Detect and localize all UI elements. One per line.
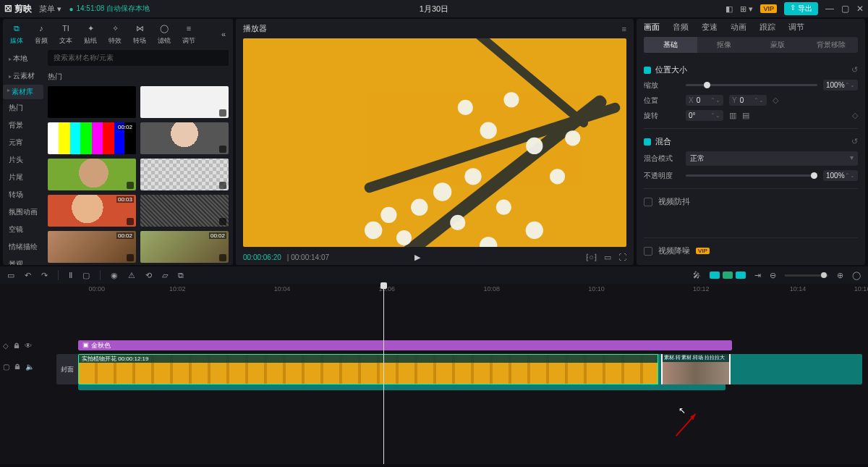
safe-zone-icon[interactable]: ⁅○⁆: [586, 253, 597, 262]
inspector-subtab[interactable]: 抠像: [697, 37, 751, 53]
media-thumb[interactable]: 00:03: [48, 195, 136, 227]
inspector-tab[interactable]: 动画: [731, 22, 746, 33]
inspector-tab[interactable]: 变速: [702, 22, 718, 33]
preview-icon[interactable]: ◉: [111, 271, 118, 280]
undo-icon[interactable]: ↶: [25, 271, 31, 280]
category-item[interactable]: 元宵: [3, 134, 43, 151]
inspector-subtab[interactable]: 基础: [644, 37, 697, 53]
reset-icon[interactable]: ↺: [851, 137, 858, 146]
keyframe-icon[interactable]: ◇: [773, 96, 778, 105]
layout-icon[interactable]: ⊞ ▾: [740, 4, 753, 14]
category-item[interactable]: 热门: [3, 99, 43, 117]
checkbox-denoise[interactable]: [644, 247, 652, 256]
tool-tab-滤镜[interactable]: ◯滤镜: [158, 22, 171, 46]
video-track[interactable]: 实拍植物开花 00:00:12:19 素材.转 素材.转场 拉拉拉大笑 00: [78, 354, 862, 384]
reverse-icon[interactable]: ⟲: [145, 271, 152, 280]
export-button[interactable]: ⇧ 导出: [784, 2, 818, 15]
feedback-icon[interactable]: ◧: [726, 4, 733, 14]
slider-scale[interactable]: [686, 84, 817, 86]
value-opacity[interactable]: 100%⌃⌄: [823, 170, 858, 181]
close-button[interactable]: ✕: [856, 4, 864, 14]
track-controls-filter[interactable]: ◇🔒︎👁: [3, 340, 54, 351]
cover-button[interactable]: 封面: [56, 354, 78, 384]
player-menu-icon[interactable]: ≡: [622, 25, 626, 33]
filter-clip[interactable]: ▣ 金秋色: [78, 340, 732, 350]
value-scale[interactable]: 100%⌃⌄: [823, 80, 858, 91]
category-item[interactable]: 背景: [3, 117, 43, 134]
input-rotation[interactable]: 0°⌃⌄: [686, 110, 723, 121]
category-item[interactable]: 氛围动画: [3, 203, 43, 221]
snap-icon[interactable]: ⇥: [754, 271, 761, 280]
category-item[interactable]: 片头: [3, 151, 43, 169]
inspector-subtab[interactable]: 蒙版: [751, 37, 804, 53]
split-icon[interactable]: Ⅱ: [69, 271, 72, 280]
category-item[interactable]: ▸素材库: [3, 85, 43, 99]
inspector-tab[interactable]: 音频: [673, 22, 689, 33]
crop-icon[interactable]: ▱: [162, 271, 168, 280]
playhead[interactable]: [383, 284, 384, 464]
tool-tab-音频[interactable]: ♪音频: [35, 22, 48, 46]
media-thumb[interactable]: [48, 159, 136, 190]
media-thumb[interactable]: [140, 195, 229, 227]
media-thumb[interactable]: 00:02: [48, 122, 136, 154]
media-thumb[interactable]: [140, 159, 229, 190]
fit-icon[interactable]: ◯: [852, 271, 861, 280]
media-thumb[interactable]: 00:02: [48, 231, 136, 263]
category-item[interactable]: 情绪描绘: [3, 238, 43, 256]
menu-dropdown[interactable]: 菜单 ▾: [39, 4, 61, 14]
input-pos-y[interactable]: Y0⌃⌄: [729, 95, 767, 106]
inspector-subtab[interactable]: 背景移除: [804, 37, 858, 53]
mic-icon[interactable]: 🎤︎: [693, 271, 701, 279]
media-thumb[interactable]: [140, 122, 229, 154]
tool-tab-特效[interactable]: ✧特效: [109, 22, 122, 46]
media-thumb[interactable]: [140, 86, 229, 118]
tool-tab-文本[interactable]: TI文本: [59, 22, 72, 46]
video-viewport[interactable]: [243, 38, 626, 247]
audio-track[interactable]: [78, 384, 726, 390]
inspector-tab[interactable]: 跟踪: [760, 22, 775, 33]
category-item[interactable]: 景观: [3, 256, 43, 265]
slider-opacity[interactable]: [686, 174, 817, 177]
inspector-tab[interactable]: 画面: [644, 22, 660, 33]
category-item[interactable]: ▸云素材: [3, 67, 43, 85]
inspector-tab[interactable]: 调节: [788, 22, 804, 33]
category-item[interactable]: 转场: [3, 186, 43, 203]
zoom-in-icon[interactable]: ⊕: [837, 271, 843, 280]
tool-tab-调节[interactable]: ≡调节: [182, 22, 195, 46]
category-item[interactable]: 空镜: [3, 221, 43, 238]
search-input[interactable]: 搜索素材名称/元素: [48, 50, 229, 66]
fullscreen-icon[interactable]: ⛶: [618, 253, 626, 262]
track-controls-video[interactable]: ▢🔒︎🔈: [3, 361, 54, 372]
media-thumb[interactable]: 00:02: [140, 231, 229, 263]
category-item[interactable]: 片尾: [3, 169, 43, 186]
maximize-button[interactable]: ▢: [841, 4, 849, 14]
time-ruler[interactable]: 00:0010:0210:0410:0610:0810:1010:1210:14…: [56, 284, 862, 297]
zoom-out-icon[interactable]: ⊖: [770, 271, 776, 280]
tool-tab-贴纸[interactable]: ✦贴纸: [84, 22, 97, 46]
delete-icon[interactable]: ▢: [82, 271, 90, 280]
inspector-tabs[interactable]: 画面音频变速动画跟踪调节: [637, 19, 865, 35]
vip-badge[interactable]: VIP: [760, 4, 777, 13]
flip-h-icon[interactable]: ▥: [729, 111, 736, 120]
inspector-subtabs[interactable]: 基础抠像蒙版背景移除: [644, 37, 858, 53]
tool-tab-媒体[interactable]: ⧉媒体: [10, 22, 23, 46]
magnet-toggle[interactable]: [710, 272, 746, 279]
minimize-button[interactable]: —: [825, 4, 834, 14]
input-pos-x[interactable]: X0⌃⌄: [686, 95, 723, 106]
checkbox-stabilize[interactable]: [644, 198, 652, 206]
select-icon[interactable]: ▭: [7, 271, 14, 280]
flip-v-icon[interactable]: ▤: [742, 111, 749, 120]
record-icon[interactable]: ⚠: [128, 271, 135, 280]
play-button[interactable]: ▶: [414, 253, 420, 262]
collapse-icon[interactable]: «: [221, 30, 226, 38]
category-item[interactable]: ▸本地: [3, 50, 43, 67]
select-blend-mode[interactable]: 正常▾: [686, 151, 858, 166]
media-thumb[interactable]: [48, 86, 136, 118]
ratio-icon[interactable]: ▭: [604, 253, 611, 262]
keyframe-icon[interactable]: ◇: [852, 111, 858, 120]
redo-icon[interactable]: ↷: [41, 271, 48, 280]
zoom-slider[interactable]: [785, 274, 828, 277]
freeze-icon[interactable]: ⧉: [178, 271, 184, 280]
tool-tab-转场[interactable]: ⋈转场: [133, 22, 146, 46]
reset-icon[interactable]: ↺: [851, 65, 858, 75]
